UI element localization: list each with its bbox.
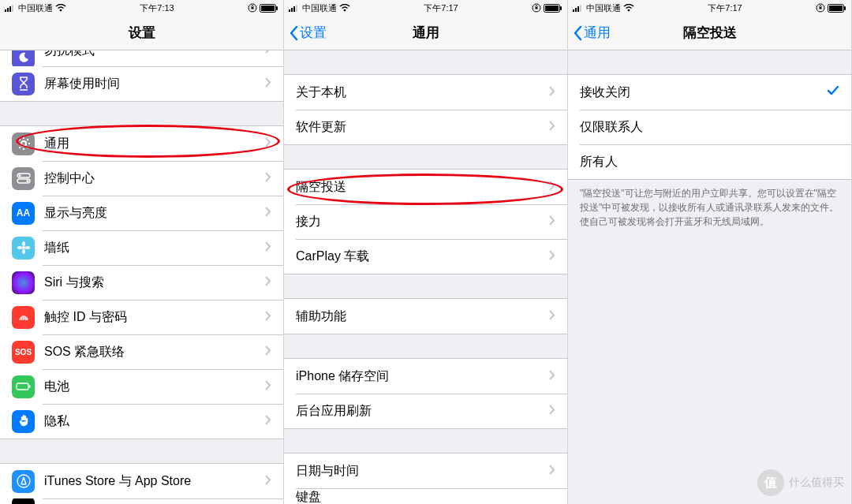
settings-row-display[interactable]: AA 显示与亮度 — [0, 196, 283, 230]
general-row-handoff[interactable]: 接力 — [284, 204, 567, 239]
svg-rect-41 — [573, 9, 574, 12]
wallet-icon — [12, 498, 35, 504]
general-row-airdrop[interactable]: 隔空投送 — [284, 170, 567, 204]
svg-rect-34 — [296, 5, 297, 12]
svg-line-15 — [19, 139, 20, 140]
general-row-about[interactable]: 关于本机 — [284, 75, 567, 110]
chevron-right-icon — [549, 464, 555, 478]
wifi-icon — [339, 4, 350, 12]
carrier-label: 中国联通 — [18, 2, 53, 14]
back-button[interactable]: 设置 — [289, 24, 327, 42]
chevron-right-icon — [265, 206, 271, 220]
orientation-lock-icon — [248, 3, 257, 13]
svg-rect-6 — [251, 7, 253, 9]
chevron-right-icon — [549, 120, 555, 134]
chevron-right-icon — [265, 77, 271, 91]
settings-row-battery[interactable]: 电池 — [0, 369, 283, 404]
chevron-right-icon — [265, 474, 271, 488]
general-row-storage[interactable]: iPhone 储存空间 — [284, 359, 567, 394]
general-row-keyboard[interactable]: 键盘 — [284, 488, 567, 504]
settings-row-sos[interactable]: SOS SOS 紧急联络 — [0, 334, 283, 369]
svg-rect-8 — [261, 6, 275, 11]
page-title: 通用 — [413, 24, 439, 42]
back-button[interactable]: 通用 — [573, 24, 611, 42]
chevron-right-icon — [549, 404, 555, 418]
general-row-carplay[interactable]: CarPlay 车载 — [284, 239, 567, 274]
signal-icon — [289, 4, 300, 12]
general-row-accessibility[interactable]: 辅助功能 — [284, 299, 567, 334]
svg-rect-0 — [5, 9, 6, 12]
svg-point-27 — [25, 246, 30, 249]
svg-rect-37 — [535, 7, 537, 9]
siri-icon — [12, 271, 35, 294]
svg-rect-28 — [17, 383, 28, 390]
switches-icon — [12, 167, 35, 190]
svg-rect-1 — [7, 8, 9, 12]
svg-point-35 — [344, 9, 346, 12]
svg-point-10 — [21, 141, 26, 146]
battery-status-icon — [544, 4, 562, 13]
battery-status-icon — [260, 4, 278, 13]
airdrop-footer-text: "隔空投送"可让您与附近的用户立即共享。您可以设置在"隔空投送"中可被发现，以接… — [568, 180, 851, 235]
settings-row-appstore[interactable]: iTunes Store 与 App Store — [0, 464, 283, 498]
settings-row-privacy[interactable]: 隐私 — [0, 404, 283, 439]
chevron-right-icon — [549, 180, 555, 194]
general-row-background-refresh[interactable]: 后台应用刷新 — [284, 394, 567, 428]
airdrop-option-off[interactable]: 接收关闭 — [568, 75, 851, 110]
settings-pane: 中国联通 下午7:13 设置 勿扰模式 屏幕使用时间 — [0, 0, 284, 504]
settings-row-dnd[interactable]: 勿扰模式 — [0, 50, 283, 66]
page-title: 隔空投送 — [683, 24, 737, 42]
svg-rect-3 — [12, 5, 13, 12]
status-time: 下午7:17 — [424, 2, 458, 14]
svg-rect-49 — [829, 6, 843, 11]
svg-rect-29 — [28, 386, 30, 388]
svg-point-22 — [26, 180, 28, 182]
settings-row-control-center[interactable]: 控制中心 — [0, 161, 283, 196]
svg-rect-47 — [819, 7, 821, 9]
orientation-lock-icon — [816, 3, 825, 13]
settings-row-screentime[interactable]: 屏幕使用时间 — [0, 66, 283, 101]
chevron-right-icon — [265, 241, 271, 255]
chevron-right-icon — [265, 275, 271, 289]
settings-row-cutoff-bottom[interactable] — [0, 498, 283, 504]
svg-rect-33 — [293, 6, 295, 12]
status-bar: 中国联通 下午7:17 — [568, 0, 851, 16]
nav-bar: 通用 隔空投送 — [568, 16, 851, 50]
sos-icon: SOS — [12, 341, 35, 364]
settings-row-wallpaper[interactable]: 墙纸 — [0, 230, 283, 265]
svg-point-20 — [18, 174, 21, 177]
carrier-label: 中国联通 — [302, 2, 337, 14]
svg-point-23 — [22, 246, 25, 249]
appstore-icon — [12, 470, 35, 493]
settings-row-touchid[interactable]: 触控 ID 与密码 — [0, 300, 283, 334]
battery-icon — [12, 375, 35, 398]
svg-point-26 — [17, 246, 22, 249]
svg-rect-44 — [580, 5, 581, 12]
nav-bar: 设置 — [0, 16, 283, 50]
chevron-right-icon — [265, 136, 271, 151]
wifi-icon — [55, 4, 66, 12]
hand-icon — [12, 410, 35, 433]
chevron-right-icon — [265, 414, 271, 428]
settings-row-siri[interactable]: Siri 与搜索 — [0, 265, 283, 300]
airdrop-pane: 中国联通 下午7:17 通用 隔空投送 接收关闭 仅限联系人 所有人 — [568, 0, 852, 504]
svg-line-18 — [27, 139, 28, 140]
general-row-datetime[interactable]: 日期与时间 — [284, 454, 567, 488]
chevron-right-icon — [549, 249, 555, 263]
battery-status-icon — [828, 4, 846, 13]
airdrop-option-everyone[interactable]: 所有人 — [568, 144, 851, 179]
airdrop-option-contacts[interactable]: 仅限联系人 — [568, 110, 851, 144]
signal-icon — [5, 4, 16, 12]
moon-icon — [12, 50, 35, 66]
svg-point-25 — [22, 249, 25, 254]
svg-line-16 — [27, 147, 28, 147]
nav-bar: 设置 通用 — [284, 16, 567, 50]
svg-rect-40 — [560, 6, 562, 10]
chevron-right-icon — [549, 215, 555, 229]
general-row-software-update[interactable]: 软件更新 — [284, 110, 567, 144]
chevron-right-icon — [265, 171, 271, 185]
watermark: 值 什么值得买 — [757, 469, 844, 496]
back-label: 通用 — [584, 24, 611, 42]
chevron-right-icon — [265, 345, 271, 359]
settings-row-general[interactable]: 通用 — [0, 126, 283, 161]
